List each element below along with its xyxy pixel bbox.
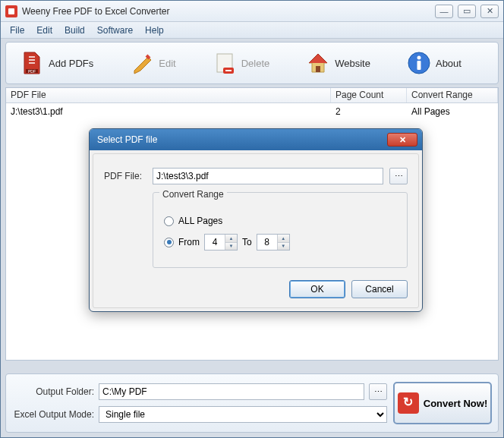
home-icon [306,51,330,75]
edit-label: Edit [159,58,175,69]
from-value[interactable] [205,235,225,250]
to-label: To [242,237,252,247]
info-icon [407,51,431,75]
output-mode-select[interactable]: Single file [99,406,387,423]
output-folder-input[interactable] [99,383,364,400]
minimize-button[interactable]: — [435,5,453,18]
browse-pdf-button[interactable]: ⋯ [389,168,408,184]
delete-icon [213,51,237,75]
add-pdfs-button[interactable]: PDF Add PDFs [12,48,101,78]
menu-software[interactable]: Software [91,24,139,37]
website-label: Website [335,58,370,69]
menubar: File Edit Build Software Help [1,22,503,39]
menu-build[interactable]: Build [58,24,91,37]
bottom-panel: Output Folder: ⋯ Excel Output Mode: Sing… [5,373,499,433]
edit-button[interactable]: Edit [122,48,183,78]
from-label: From [178,237,200,247]
toolbar: PDF Add PDFs Edit Delete Website About [5,42,499,84]
pencil-icon [130,51,154,75]
from-down-button[interactable]: ▼ [225,243,237,251]
pdf-icon: PDF [20,51,44,75]
radio-from[interactable] [164,238,174,247]
col-convert-range[interactable]: Convert Range [407,88,498,102]
to-down-button[interactable]: ▼ [278,243,289,251]
pdf-file-label: PDF File: [104,171,146,181]
dialog-title: Select PDF file [94,134,387,145]
convert-label: Convert Now! [424,398,488,409]
cell-range: All Pages [407,105,498,118]
svg-rect-5 [316,66,320,72]
dialog-close-button[interactable]: ✕ [387,133,417,147]
col-page-count[interactable]: Page Count [331,88,407,102]
select-pdf-dialog: Select PDF file ✕ PDF File: ⋯ Convert Ra… [89,128,423,312]
radio-from-row[interactable]: From ▲ ▼ To ▲ ▼ [164,234,396,251]
svg-rect-4 [225,70,232,71]
to-up-button[interactable]: ▲ [278,235,289,243]
svg-point-7 [417,56,421,60]
to-value[interactable] [257,235,277,250]
cancel-button[interactable]: Cancel [351,280,408,298]
output-folder-label: Output Folder: [12,386,94,397]
to-spinner[interactable]: ▲ ▼ [257,234,290,251]
radio-all-pages-row[interactable]: ALL Pages [164,216,396,226]
about-label: About [436,58,461,69]
website-button[interactable]: Website [298,48,378,78]
svg-rect-8 [417,61,421,70]
col-pdf-file[interactable]: PDF File [6,88,331,102]
app-icon [5,5,17,17]
menu-help[interactable]: Help [139,24,170,37]
convert-range-legend: Convert Range [159,189,227,200]
maximize-button[interactable]: ▭ [458,5,476,18]
close-button[interactable]: ✕ [480,5,499,18]
svg-text:PDF: PDF [28,69,36,74]
convert-range-group: Convert Range ALL Pages From ▲ ▼ To [153,192,408,268]
menu-edit[interactable]: Edit [30,24,58,37]
menu-file[interactable]: File [4,24,30,37]
table-header: PDF File Page Count Convert Range [6,88,498,103]
delete-button[interactable]: Delete [205,48,278,78]
cell-pages: 2 [331,105,407,118]
browse-output-button[interactable]: ⋯ [369,383,387,400]
add-pdfs-label: Add PDFs [49,58,93,69]
radio-all-pages[interactable] [164,216,174,226]
cell-file: J:\test3\1.pdf [6,105,331,118]
output-mode-label: Excel Output Mode: [12,409,94,420]
from-spinner[interactable]: ▲ ▼ [204,234,238,251]
about-button[interactable]: About [399,48,469,78]
convert-now-button[interactable]: Convert Now! [393,382,492,424]
convert-icon [398,392,419,414]
ok-button[interactable]: OK [289,280,345,298]
all-pages-label: ALL Pages [178,216,222,226]
window-title: Weeny Free PDF to Excel Converter [22,6,435,17]
dialog-titlebar: Select PDF file ✕ [90,129,422,150]
delete-label: Delete [241,58,270,69]
table-row[interactable]: J:\test3\1.pdf 2 All Pages [6,103,498,120]
pdf-file-input[interactable] [153,168,383,184]
from-up-button[interactable]: ▲ [225,235,237,243]
titlebar: Weeny Free PDF to Excel Converter — ▭ ✕ [1,1,503,22]
